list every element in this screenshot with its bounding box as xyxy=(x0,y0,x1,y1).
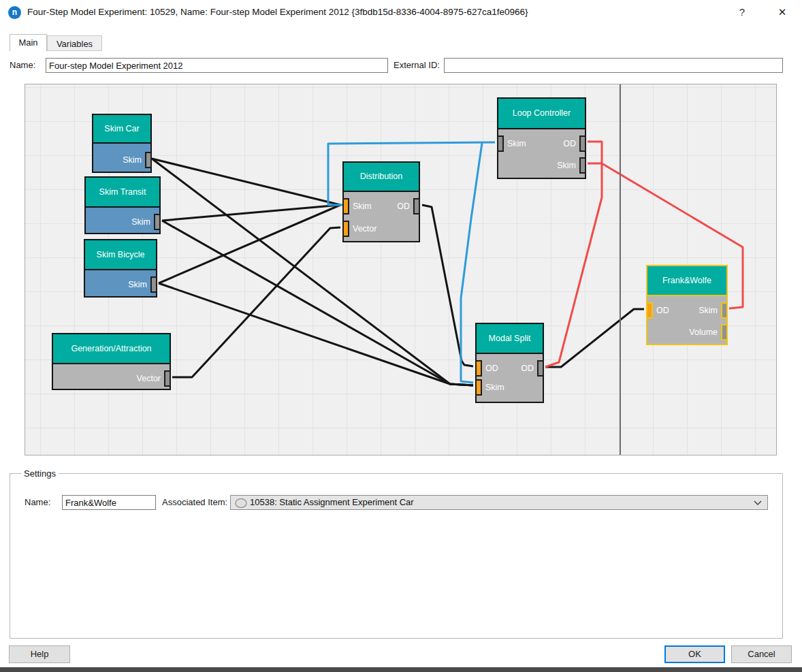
port-od-right[interactable] xyxy=(537,360,544,377)
background-window-edge xyxy=(0,667,802,672)
port-vector-right[interactable] xyxy=(164,370,171,387)
port-skim-left[interactable] xyxy=(475,379,482,396)
port-skim-left[interactable] xyxy=(342,198,349,214)
settings-group-title: Settings xyxy=(21,468,59,479)
ok-button[interactable]: OK xyxy=(664,645,725,663)
port-label: Skim xyxy=(507,135,526,152)
port-skim-left[interactable] xyxy=(497,135,504,152)
port-skim-right[interactable] xyxy=(145,152,152,168)
port-label: OD xyxy=(656,302,669,319)
port-od-right[interactable] xyxy=(413,198,420,214)
port-skim-right[interactable] xyxy=(721,302,728,319)
associated-item-select[interactable]: 10538: Static Assignment Experiment Car xyxy=(230,495,768,510)
settings-name-label: Name: xyxy=(25,495,50,510)
node-title: Generation/Attraction xyxy=(53,334,170,364)
settings-name-input[interactable] xyxy=(62,495,156,510)
port-label: Skim xyxy=(128,276,147,293)
port-label: OD xyxy=(521,360,534,377)
titlebar: n Four-Step Model Experiment: 10529, Nam… xyxy=(0,0,802,25)
experiment-icon xyxy=(234,498,248,509)
port-skim-right[interactable] xyxy=(154,214,161,230)
node-frank-wolfe[interactable]: Frank&WolfeODSkimVolume xyxy=(646,265,728,345)
port-od-left[interactable] xyxy=(646,302,653,319)
port-label: OD xyxy=(563,135,576,152)
port-label: Vector xyxy=(137,370,161,387)
wire-black[interactable] xyxy=(152,159,473,385)
node-skim-bicycle[interactable]: Skim BicycleSkim xyxy=(84,239,157,298)
port-skim-right[interactable] xyxy=(150,276,157,293)
node-skim-car[interactable]: Skim CarSkim xyxy=(92,114,152,173)
port-label: Vector xyxy=(353,221,376,237)
wire-black[interactable] xyxy=(172,227,340,377)
node-title: Modal Split xyxy=(477,324,543,354)
node-title: Skim Bicycle xyxy=(85,240,156,270)
wire-black[interactable] xyxy=(159,205,340,283)
port-label: Skim xyxy=(557,157,576,174)
node-skim-transit[interactable]: Skim TransitSkim xyxy=(84,176,161,234)
window-title: Four-Step Model Experiment: 10529, Name:… xyxy=(27,0,528,25)
port-vector-left[interactable] xyxy=(342,221,349,237)
node-modal-split[interactable]: Modal SplitODSkimOD xyxy=(475,323,544,403)
node-title: Loop Controller xyxy=(498,99,585,129)
node-generation-attraction[interactable]: Generation/AttractionVector xyxy=(52,333,171,390)
port-label: Skim xyxy=(123,152,142,168)
port-label: Volume xyxy=(689,324,718,340)
port-od-right[interactable] xyxy=(579,135,586,152)
node-distribution[interactable]: DistributionSkimVectorOD xyxy=(342,161,420,242)
settings-group: Settings Name: Associated Item: 10538: S… xyxy=(10,473,783,639)
port-volume-right[interactable] xyxy=(721,324,728,340)
wire-black[interactable] xyxy=(152,159,340,205)
titlebar-help-button[interactable]: ? xyxy=(734,0,750,25)
associated-item-value: 10538: Static Assignment Experiment Car xyxy=(250,496,414,509)
close-icon[interactable]: ✕ xyxy=(772,0,792,25)
port-od-left[interactable] xyxy=(475,360,482,377)
name-input[interactable] xyxy=(46,58,388,73)
wire-black[interactable] xyxy=(422,205,473,366)
help-button[interactable]: Help xyxy=(9,645,70,663)
diagram-canvas[interactable]: Skim CarSkimSkim TransitSkimSkim Bicycle… xyxy=(25,84,777,455)
name-label: Name: xyxy=(10,58,35,73)
port-label: OD xyxy=(397,198,410,214)
external-id-input[interactable] xyxy=(444,58,783,73)
app-logo-icon: n xyxy=(8,6,21,19)
port-label: Skim xyxy=(485,379,504,396)
port-label: Skim xyxy=(699,302,718,319)
node-title: Distribution xyxy=(344,163,419,192)
chevron-down-icon xyxy=(754,500,762,506)
canvas-divider-line xyxy=(620,84,621,455)
port-label: OD xyxy=(485,360,498,377)
tab-variables[interactable]: Variables xyxy=(47,35,102,51)
node-title: Skim Car xyxy=(93,115,150,144)
node-loop-controller[interactable]: Loop ControllerSkimODSkim xyxy=(497,97,586,179)
port-label: Skim xyxy=(131,214,150,230)
port-label: Skim xyxy=(353,198,372,214)
node-title: Skim Transit xyxy=(86,178,159,208)
node-title: Frank&Wolfe xyxy=(647,266,726,296)
associated-item-label: Associated Item: xyxy=(162,495,227,510)
tab-main[interactable]: Main xyxy=(10,34,47,51)
external-id-label: External ID: xyxy=(394,58,440,73)
port-skim-right[interactable] xyxy=(579,157,586,174)
wire-black[interactable] xyxy=(162,205,340,221)
cancel-button[interactable]: Cancel xyxy=(731,645,792,663)
